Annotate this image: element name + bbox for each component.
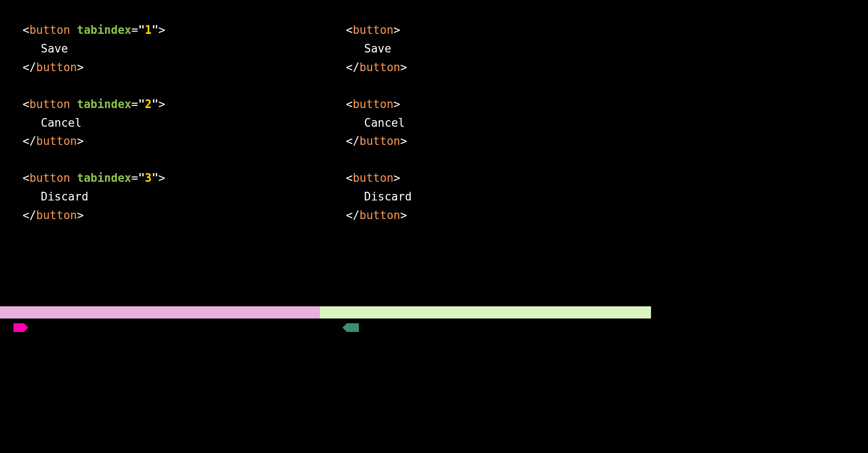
code-block: <button> Save </button> <box>346 21 651 77</box>
tag-name: button <box>359 135 400 148</box>
mode-indicator-icon <box>347 323 359 332</box>
inner-text: Cancel <box>364 116 405 129</box>
editor-diff-view: <button tabindex="1"> Save </button> <bu… <box>0 0 651 304</box>
attr-value: 1 <box>145 23 152 36</box>
code-line: </button> <box>346 58 651 77</box>
left-pane: <button tabindex="1"> Save </button> <bu… <box>23 21 336 304</box>
code-line: <button tabindex="2"> <box>23 95 328 114</box>
tag-name: button <box>353 171 394 184</box>
code-block: <button> Discard </button> <box>346 169 651 225</box>
quote: " <box>138 171 145 184</box>
bracket-open: < <box>346 98 353 111</box>
slash: / <box>353 61 360 74</box>
tag-name: button <box>30 171 70 184</box>
code-block: <button tabindex="1"> Save </button> <box>23 21 328 77</box>
code-line: Save <box>23 39 328 58</box>
equals: = <box>131 23 138 36</box>
code-line: </button> <box>23 132 328 151</box>
attr-name: tabindex <box>77 171 131 184</box>
command-bar <box>0 323 651 333</box>
bracket-close: > <box>394 171 401 184</box>
quote: " <box>151 98 158 111</box>
equals: = <box>131 171 138 184</box>
inner-text: Discard <box>364 190 412 203</box>
quote: " <box>151 23 158 36</box>
status-bar <box>0 306 651 318</box>
bracket-open: < <box>346 23 353 36</box>
quote: " <box>151 171 158 184</box>
bracket-close: > <box>158 171 165 184</box>
bracket-close: > <box>158 98 165 111</box>
bracket-open: < <box>346 209 353 222</box>
bracket-close: > <box>77 61 84 74</box>
code-line: </button> <box>346 132 651 151</box>
bracket-open: < <box>23 23 30 36</box>
code-block: <button> Cancel </button> <box>346 95 651 151</box>
code-block: <button tabindex="2"> Cancel </button> <box>23 95 328 151</box>
code-line: <button> <box>346 95 651 114</box>
code-line: </button> <box>23 206 328 225</box>
tag-name: button <box>359 209 400 222</box>
code-line: </button> <box>346 206 651 225</box>
inner-text: Save <box>41 42 68 55</box>
bracket-close: > <box>77 209 84 222</box>
bracket-close: > <box>394 98 401 111</box>
code-line: Cancel <box>346 114 651 132</box>
code-line: <button tabindex="3"> <box>23 169 328 187</box>
bracket-open: < <box>23 209 30 222</box>
slash: / <box>30 61 36 74</box>
tag-name: button <box>30 98 70 111</box>
code-line: <button> <box>346 169 651 187</box>
bracket-close: > <box>77 135 84 148</box>
space <box>70 23 77 36</box>
bracket-open: < <box>23 135 30 148</box>
tag-name: button <box>353 23 394 36</box>
quote: " <box>138 23 145 36</box>
bracket-open: < <box>346 135 353 148</box>
attr-value: 3 <box>145 171 152 184</box>
right-pane: <button> Save </button> <button> Cancel … <box>336 21 651 304</box>
bracket-close: > <box>158 23 165 36</box>
bracket-open: < <box>23 61 30 74</box>
quote: " <box>138 98 145 111</box>
code-line: Cancel <box>23 114 328 132</box>
code-line: <button> <box>346 21 651 39</box>
bracket-close: > <box>400 61 407 74</box>
status-left-segment <box>0 306 320 318</box>
attr-name: tabindex <box>77 23 131 36</box>
bracket-open: < <box>23 98 30 111</box>
equals: = <box>131 98 138 111</box>
code-line: </button> <box>23 58 328 77</box>
inner-text: Cancel <box>41 116 82 129</box>
tag-name: button <box>36 135 77 148</box>
tag-name: button <box>353 98 394 111</box>
slash: / <box>30 209 36 222</box>
tag-name: button <box>36 209 77 222</box>
prompt-indicator-icon <box>13 323 24 332</box>
attr-name: tabindex <box>77 98 131 111</box>
code-line: Save <box>346 39 651 58</box>
slash: / <box>353 209 360 222</box>
slash: / <box>353 135 360 148</box>
inner-text: Discard <box>41 190 89 203</box>
bracket-open: < <box>346 171 353 184</box>
bracket-close: > <box>394 23 401 36</box>
inner-text: Save <box>364 42 391 55</box>
code-line: Discard <box>346 187 651 206</box>
bracket-open: < <box>23 171 30 184</box>
tag-name: button <box>359 61 400 74</box>
code-line: <button tabindex="1"> <box>23 21 328 39</box>
code-line: Discard <box>23 187 328 206</box>
tag-name: button <box>30 23 70 36</box>
space <box>70 98 77 111</box>
status-right-segment <box>320 306 651 318</box>
space <box>70 171 77 184</box>
bracket-close: > <box>400 209 407 222</box>
tag-name: button <box>36 61 77 74</box>
attr-value: 2 <box>145 98 152 111</box>
slash: / <box>30 135 36 148</box>
bracket-close: > <box>400 135 407 148</box>
bracket-open: < <box>346 61 353 74</box>
code-block: <button tabindex="3"> Discard </button> <box>23 169 328 225</box>
